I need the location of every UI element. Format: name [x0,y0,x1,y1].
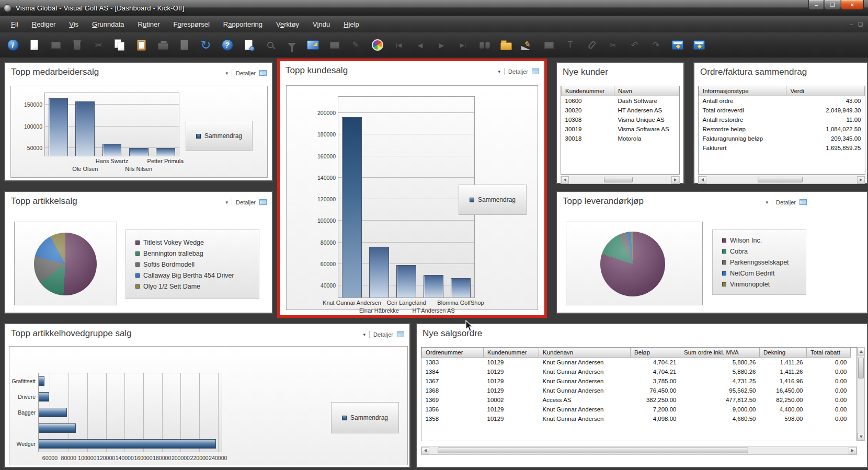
table-row[interactable]: 136810129Knut Gunnar Andersen76,450.0095… [422,386,851,395]
table-row[interactable]: 138310129Knut Gunnar Andersen4,704.215,8… [422,358,851,368]
scroll-right-button[interactable] [849,447,856,454]
scroll-left-button[interactable] [421,447,429,454]
table-row[interactable]: Total ordreverdi2,049,949.30 [699,106,865,115]
scroll-up-button[interactable] [858,348,864,356]
color-wheel-icon[interactable] [370,37,385,53]
column-header-bel-p[interactable]: Beløp [631,348,680,358]
bar-Blomma GolfShop[interactable] [451,278,470,297]
scroll-thumb[interactable] [758,177,803,182]
bar-Drivere[interactable] [39,392,49,402]
menu-rutiner[interactable]: Rutiner [131,17,167,32]
scroll-right-button[interactable] [857,176,865,184]
table-row[interactable]: 136710129Knut Gunnar Andersen3,785.004,7… [422,376,851,386]
details-grid-icon[interactable] [259,70,267,76]
export-image-icon[interactable] [305,37,321,53]
menu-verktøy[interactable]: Verktøy [269,17,306,32]
horizontal-scrollbar[interactable] [561,176,680,184]
window-cascade-icon[interactable] [670,37,685,53]
details-grid-icon[interactable] [397,331,404,337]
info-icon[interactable]: i [5,37,20,53]
bar-row4[interactable] [39,423,76,433]
table-row[interactable]: 30020HT Andersen AS [562,106,679,115]
scroll-left-button[interactable] [699,176,706,184]
scroll-right-button[interactable] [671,176,679,184]
detaljer-button[interactable]: Detaljer [776,199,796,205]
table-row[interactable]: Antall ordre43.00 [699,96,865,106]
close-button[interactable]: ✕ [841,0,864,10]
column-header-navn[interactable]: Navn [614,86,679,96]
column-header-kundenummer[interactable]: Kundenummer [484,348,539,358]
table-row[interactable]: 10308Visma Unique AS [562,115,679,124]
bar-Einar Håbrekke[interactable] [369,247,389,297]
horizontal-scrollbar[interactable] [698,176,865,184]
bar-Hans Swartz[interactable] [102,144,122,156]
detaljer-button[interactable]: Detaljer [236,70,256,76]
table-row[interactable]: Antall restordre11.00 [699,115,865,124]
chevron-down-icon[interactable]: ▾ [363,332,366,337]
pie-chart-artikkelsalg[interactable] [34,233,97,295]
bar-Ole Olsen[interactable] [75,101,95,156]
minimize-button[interactable]: – [808,0,824,10]
refresh-icon[interactable]: ↻ [198,37,213,53]
chevron-down-icon[interactable]: ▾ [498,69,501,74]
window-tile-icon[interactable] [691,37,706,53]
detaljer-button[interactable]: Detaljer [236,199,256,205]
chevron-down-icon[interactable]: ▾ [766,200,769,205]
scroll-left-button[interactable] [561,176,569,184]
menu-hjelp[interactable]: Hjelp [337,17,366,32]
details-grid-icon[interactable] [532,68,539,74]
menu-grunndata[interactable]: Grunndata [85,17,131,32]
column-header-sum-ordre-inkl-mva[interactable]: Sum ordre inkl. MVA [680,348,760,358]
bar-Geir Langeland[interactable] [396,265,416,297]
table-row[interactable]: Fakturagrunnlag beløp209,345.00 [699,134,865,143]
detaljer-button[interactable]: Detaljer [373,331,393,338]
bar-Grafittsett[interactable] [39,376,44,386]
mdi-restore-icon[interactable]: ❏ [858,21,863,27]
bar-Wedger[interactable] [39,439,216,449]
column-header-ordrenummer[interactable]: Ordrenummer [422,348,484,358]
bar-Bagger[interactable] [39,408,67,418]
scroll-thumb[interactable] [858,358,864,379]
maximize-button[interactable]: ❏ [825,0,840,10]
table-row[interactable]: 135610129Knut Gunnar Andersen7,200.009,0… [422,405,851,414]
table-row[interactable]: 10600Dash Software [562,96,679,106]
help-icon[interactable]: ? [220,37,235,53]
horizontal-scrollbar[interactable] [421,446,857,455]
menu-fil[interactable]: Fil [4,17,25,32]
column-header-total-rabatt[interactable]: Total rabatt [807,348,851,358]
menu-rapportering[interactable]: Rapportering [216,17,269,32]
chevron-down-icon[interactable]: ▾ [226,71,229,76]
column-header-informasjonstype[interactable]: Informasjonstype [699,86,786,96]
scroll-thumb[interactable] [604,177,633,182]
chevron-down-icon[interactable]: ▾ [226,200,229,205]
folder-icon[interactable] [498,37,513,53]
vertical-scrollbar[interactable] [857,347,865,441]
design-mode-icon[interactable]: ✎ [520,37,535,53]
table-row[interactable]: 136910002Access AS382,250.00477,812.5082… [422,395,851,405]
scroll-down-button[interactable] [858,433,864,441]
menu-vindu[interactable]: Vindu [306,17,337,32]
column-header-kundenavn[interactable]: Kundenavn [539,348,631,358]
bar-Nils Nilsen[interactable] [129,148,149,156]
paste-icon[interactable] [134,37,149,53]
menu-vis[interactable]: Vis [62,17,85,32]
details-grid-icon[interactable] [259,199,267,205]
copy-icon[interactable] [112,37,128,53]
scroll-thumb[interactable] [438,448,748,453]
mdi-minimize-icon[interactable]: – [850,21,853,27]
bar-Petter Primula[interactable] [156,148,175,156]
bar-Knut Gunnar Andersen[interactable] [342,117,361,297]
table-row[interactable]: 30019Visma Software AS [562,124,679,134]
column-header-dekning[interactable]: Dekning [760,348,807,358]
table-row[interactable]: 135810129Knut Gunnar Andersen4,098.004,6… [422,414,851,423]
details-grid-icon[interactable] [800,199,807,205]
bar-col1[interactable] [49,98,68,156]
column-header-verdi[interactable]: Verdi [786,86,865,96]
table-row[interactable]: 138410129Knut Gunnar Andersen4,704.215,8… [422,367,851,376]
pie-chart-leverandorkjop[interactable] [600,232,665,296]
new-document-icon[interactable] [27,37,42,53]
table-row[interactable]: Fakturert1,695,859.25 [699,143,865,153]
table-row[interactable]: Restordre beløp1,084,022.50 [699,124,865,134]
bar-HT Andersen AS[interactable] [424,275,443,297]
table-row[interactable]: 30018Motorola [562,134,679,143]
